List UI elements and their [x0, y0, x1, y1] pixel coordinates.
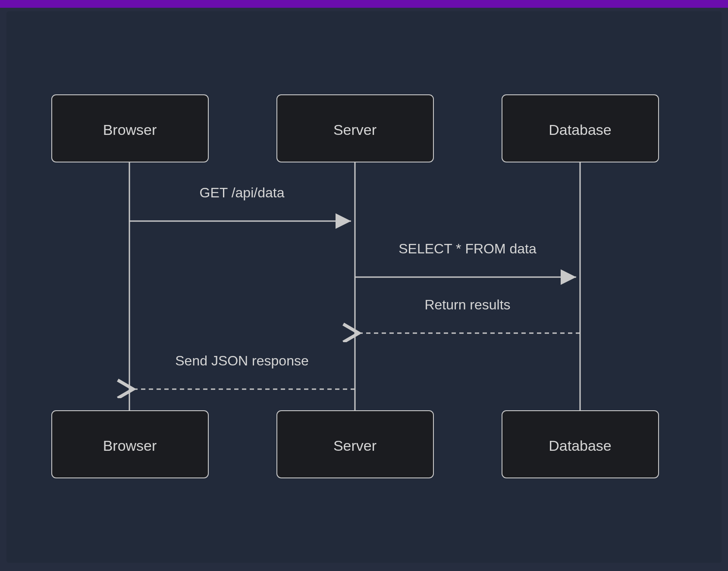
- actor-label-database-bottom: Database: [549, 437, 612, 454]
- message-label-3: Return results: [424, 297, 510, 312]
- message-label-2: SELECT * FROM data: [399, 241, 537, 256]
- actor-label-browser-bottom: Browser: [103, 437, 157, 454]
- actor-label-database-top: Database: [549, 122, 612, 138]
- actor-label-server-top: Server: [333, 122, 377, 138]
- sequence-diagram: Browser Server Database Browser Server D…: [0, 8, 728, 571]
- actor-label-server-bottom: Server: [333, 437, 377, 454]
- diagram-canvas: Browser Server Database Browser Server D…: [0, 8, 728, 571]
- top-accent-bar: [0, 0, 728, 8]
- actor-label-browser-top: Browser: [103, 122, 157, 138]
- message-label-4: Send JSON response: [175, 353, 309, 368]
- message-label-1: GET /api/data: [200, 185, 285, 200]
